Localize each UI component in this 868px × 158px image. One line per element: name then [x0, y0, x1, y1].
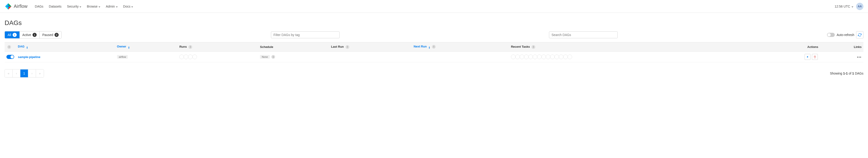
page-last-button[interactable]: »: [36, 70, 44, 77]
task-circle[interactable]: [533, 55, 537, 59]
showing-suffix: DAGs: [854, 72, 863, 75]
info-icon: i: [346, 45, 349, 49]
page-prev-button[interactable]: ‹: [12, 70, 20, 77]
page-number-button[interactable]: 1: [20, 70, 28, 77]
runs-circles: [179, 55, 256, 59]
filter-all-button[interactable]: All 1: [5, 31, 20, 38]
dags-table: i DAG ▲▼ Owner ▲▼ Runs i Schedule Last R…: [5, 42, 863, 62]
pagination: « ‹ 1 › »: [5, 69, 44, 78]
task-circle[interactable]: [515, 55, 520, 59]
sort-icon: ▲▼: [429, 46, 430, 49]
run-circle[interactable]: [188, 55, 193, 59]
table-footer: « ‹ 1 › » Showing 1-1 of 1 DAGs: [5, 69, 863, 78]
run-circle[interactable]: [179, 55, 184, 59]
filter-row: All 1 Active 1 Paused 0 Auto-refresh: [5, 31, 863, 38]
nav-dags-label: DAGs: [35, 5, 43, 8]
chevron-down-icon: [116, 6, 118, 7]
col-last-run: Last Run i: [329, 43, 412, 52]
task-circle[interactable]: [528, 55, 533, 59]
avatar-initials: AA: [858, 5, 862, 8]
recent-tasks-circles: [511, 55, 752, 59]
last-run-cell: [329, 52, 412, 62]
nav-security[interactable]: Security: [64, 3, 84, 10]
nav-security-label: Security: [67, 5, 79, 8]
tag-filter-input[interactable]: [271, 31, 340, 38]
nav-admin[interactable]: Admin: [103, 3, 121, 10]
filter-active-label: Active: [23, 33, 31, 37]
task-circle[interactable]: [550, 55, 555, 59]
page-first-button[interactable]: «: [5, 70, 12, 77]
navbar-right: 12:56 UTC AA: [835, 3, 863, 10]
task-circle[interactable]: [559, 55, 563, 59]
task-circle[interactable]: [563, 55, 568, 59]
info-icon: i: [432, 45, 436, 49]
links-menu-button[interactable]: •••: [857, 55, 862, 59]
schedule-badge[interactable]: None: [260, 55, 270, 59]
info-icon: i: [188, 45, 192, 49]
task-circle[interactable]: [537, 55, 541, 59]
dag-id-link[interactable]: sample-pipeline: [18, 55, 40, 59]
col-toggle: i: [5, 43, 16, 52]
run-circle[interactable]: [184, 55, 188, 59]
showing-range: 1-1: [843, 72, 848, 75]
task-circle[interactable]: [546, 55, 550, 59]
avatar[interactable]: AA: [856, 3, 863, 10]
col-owner-label: Owner: [117, 45, 126, 48]
brand[interactable]: Airflow: [5, 3, 28, 10]
table-row: sample-pipeline airflow None i: [5, 52, 863, 62]
chevron-down-icon: [851, 6, 854, 7]
search-input[interactable]: [549, 31, 618, 38]
task-circle[interactable]: [511, 55, 516, 59]
task-circle[interactable]: [520, 55, 524, 59]
page-next-button[interactable]: ›: [28, 70, 36, 77]
dag-pause-toggle[interactable]: [6, 55, 14, 59]
nav-datasets-label: Datasets: [49, 5, 61, 8]
owner-badge[interactable]: airflow: [117, 55, 128, 59]
tag-filter: [271, 31, 340, 38]
play-icon: [806, 55, 809, 58]
run-circle[interactable]: [192, 55, 197, 59]
auto-refresh-toggle[interactable]: [827, 33, 835, 37]
trigger-dag-button[interactable]: [805, 54, 810, 60]
sort-icon: ▲▼: [128, 46, 130, 49]
task-circle[interactable]: [555, 55, 559, 59]
info-icon: i: [7, 45, 11, 49]
showing-total: 1: [852, 72, 854, 75]
refresh-button[interactable]: [856, 31, 863, 38]
col-owner[interactable]: Owner ▲▼: [115, 43, 178, 52]
delete-dag-button[interactable]: [812, 54, 818, 60]
info-icon: i: [532, 45, 535, 49]
col-actions: Actions: [754, 43, 820, 52]
chevron-down-icon: [80, 6, 81, 7]
task-circle[interactable]: [567, 55, 572, 59]
col-runs: Runs i: [178, 43, 258, 52]
navbar: Airflow DAGs Datasets Security Browse Ad…: [0, 0, 868, 13]
nav-docs-label: Docs: [123, 5, 130, 8]
nav-browse[interactable]: Browse: [84, 3, 103, 10]
clock-text: 12:56 UTC: [835, 5, 850, 8]
col-actions-label: Actions: [807, 45, 818, 49]
task-circle[interactable]: [541, 55, 546, 59]
col-next-run[interactable]: Next Run ▲▼ i: [412, 43, 509, 52]
filter-paused-button[interactable]: Paused 0: [40, 31, 61, 38]
nav-datasets[interactable]: Datasets: [46, 3, 64, 10]
brand-text: Airflow: [14, 4, 28, 9]
airflow-logo-icon: [5, 3, 12, 10]
filter-active-button[interactable]: Active 1: [20, 31, 40, 38]
status-filter-group: All 1 Active 1 Paused 0: [5, 31, 62, 38]
filter-paused-label: Paused: [42, 33, 53, 37]
col-dag[interactable]: DAG ▲▼: [16, 43, 115, 52]
page-number: 1: [23, 72, 25, 75]
filter-all-count: 1: [12, 33, 17, 37]
nav-dags[interactable]: DAGs: [32, 3, 46, 10]
search-box: [549, 31, 618, 38]
col-schedule-label: Schedule: [260, 45, 273, 49]
clock[interactable]: 12:56 UTC: [835, 5, 854, 8]
page-title: DAGs: [5, 19, 863, 27]
nav-docs[interactable]: Docs: [121, 3, 136, 10]
auto-refresh-group: Auto-refresh: [827, 31, 863, 38]
task-circle[interactable]: [524, 55, 529, 59]
showing-prefix: Showing: [830, 72, 843, 75]
col-links-label: Links: [854, 45, 862, 49]
nav-browse-label: Browse: [87, 5, 98, 8]
